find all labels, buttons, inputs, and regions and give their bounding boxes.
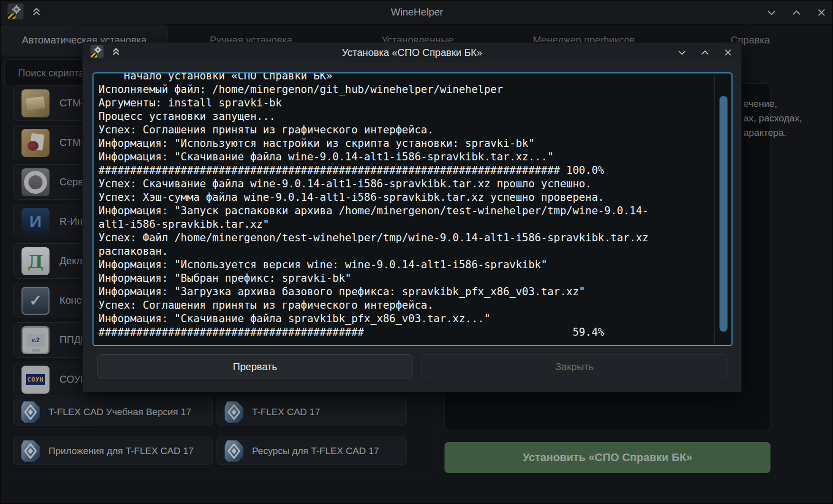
abort-button[interactable]: Прервать (98, 354, 412, 379)
install-dialog: Установка «СПО Справки БК» Начало устано… (82, 42, 742, 393)
dialog-collapse-double-chevron-icon[interactable] (110, 45, 122, 60)
console-line: распакован. (98, 245, 726, 258)
console-line: Информация: "Скачивание файла wine-9.0.1… (98, 150, 726, 164)
dialog-title: Установка «СПО Справки БК» (82, 47, 742, 58)
winehelper-app: WineHelper Автоматическая установкаРучна… (0, 0, 833, 504)
dialog-titlebar: Установка «СПО Справки БК» (82, 42, 742, 62)
dialog-close-icon[interactable] (722, 46, 734, 59)
console-line: Успех: Соглашения приняты из графическог… (98, 299, 726, 312)
dialog-app-icon (90, 44, 104, 61)
console-line: ########################################… (98, 326, 726, 339)
console-line: Исполняемый файл: /home/minergenon/git_h… (98, 83, 726, 96)
console-line: alt1-i586-spravkibk.tar.xz" (98, 218, 726, 231)
console-scrollbar-thumb[interactable] (720, 96, 728, 332)
close-button[interactable]: Закрыть (422, 354, 728, 379)
console-line: Начало установки «СПО Справки БК» (98, 72, 726, 83)
console-line: Информация: "Используется версия wine: w… (98, 258, 726, 272)
console-line: ########################################… (98, 164, 726, 177)
console-line: Процесс установки запущен... (98, 110, 726, 123)
console-line: Успех: Файл /home/minergenon/test-winehe… (98, 231, 726, 245)
console-line: Информация: "Используются настройки из с… (98, 137, 726, 150)
console-text: Начало установки «СПО Справки БК»Исполня… (94, 72, 732, 342)
console-line: Аргументы: install spravki-bk (98, 96, 726, 110)
console-scrollbar-track (714, 74, 715, 344)
console-line: Успех: Хэш-сумма файла wine-9.0.14-alt1-… (98, 191, 726, 204)
console-line: Информация: "Скачивание файла spravkibk_… (98, 312, 726, 326)
console-line: Информация: "Загрузка архива базового пр… (98, 285, 726, 299)
install-log-console: Начало установки «СПО Справки БК»Исполня… (92, 72, 732, 346)
console-line: Информация: "Запуск распаковки архива /h… (98, 204, 726, 218)
dialog-maximize-icon[interactable] (698, 46, 712, 59)
console-line: Успех: Скачивание файла wine-9.0.14-alt1… (98, 177, 726, 191)
dialog-minimize-icon[interactable] (676, 46, 688, 59)
console-line: Успех: Соглашения приняты из графическог… (98, 123, 726, 137)
console-line: Информация: "Выбран префикс: spravki-bk" (98, 272, 726, 285)
